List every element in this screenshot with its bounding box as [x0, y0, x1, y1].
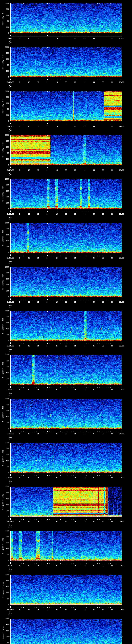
x-axis-tick-label: 15: [37, 301, 39, 303]
x-axis-tick-label: 15: [37, 389, 39, 391]
y-axis-title: Frequency (Hz): [2, 362, 4, 378]
x-axis-tick-label: 45: [93, 37, 95, 39]
x-axis-tick-label: 50: [102, 521, 104, 522]
spectrogram-panel-6-19-00: Frequency (Hz) 020040060080010006:19:005…: [0, 220, 132, 264]
y-axis-tick-label: 200: [0, 422, 9, 424]
y-axis-tick-label: 400: [0, 284, 9, 286]
y-axis-tick-label: 400: [0, 636, 9, 637]
x-axis-end-time: 17:00: [119, 125, 124, 127]
y-axis-tick-label: 200: [0, 466, 9, 468]
x-axis-end-time: 16:00: [119, 81, 124, 83]
y-axis-tick-label: 1000: [0, 2, 9, 4]
x-axis-end-time: 22:00: [119, 345, 124, 347]
x-axis-tick-label: 45: [93, 609, 95, 610]
x-axis-tick-label: 10: [28, 609, 30, 610]
x-axis-tick-label: 30: [65, 169, 67, 171]
x-axis-tick-label: 35: [74, 301, 76, 303]
x-axis-tick-label: 55: [111, 213, 113, 215]
y-axis-tick-label: 800: [0, 272, 9, 274]
x-axis-tick-label: 10: [28, 81, 30, 83]
y-axis-title: Frequency (Hz): [2, 450, 4, 466]
x-axis-start-time: 6:22:00: [7, 389, 14, 391]
x-axis-start-time: 6:24:00: [7, 477, 14, 478]
x-axis-tick-label: 25: [56, 125, 58, 127]
x-axis-tick-label: 40: [84, 37, 86, 39]
x-axis-tick-label: 20: [46, 169, 48, 171]
spectrogram-panel-6-27-00: Frequency (Hz) 020040060080010006:27:005…: [0, 572, 132, 616]
y-axis-tick-label: 400: [0, 64, 9, 66]
y-axis-tick-label: 600: [0, 278, 9, 280]
y-axis-tick-label: 1000: [0, 442, 9, 444]
y-axis-tick-label: 600: [0, 410, 9, 412]
x-axis-tick-label: 25: [56, 81, 58, 83]
x-axis-tick-label: 40: [84, 565, 86, 566]
y-axis-tick-label: 600: [0, 366, 9, 368]
x-axis-tick-label: 35: [74, 169, 76, 171]
x-axis-tick-label: 25: [56, 521, 58, 522]
spectrogram-panel-6-17-00: Frequency (Hz) 020040060080010006:17:005…: [0, 132, 132, 176]
x-axis-tick-label: 10: [28, 521, 30, 522]
x-axis-tick-label: 45: [93, 521, 95, 522]
y-axis-tick-label: 200: [0, 70, 9, 72]
x-axis-tick-label: 10: [28, 433, 30, 435]
x-axis-tick-label: 20: [46, 257, 48, 259]
x-axis-tick-label: 45: [93, 477, 95, 478]
x-axis-tick-label: 50: [102, 477, 104, 478]
y-axis-tick-label: 1000: [0, 574, 9, 576]
x-axis-tick-label: 55: [111, 257, 113, 259]
spectrogram-panel-6-21-00: Frequency (Hz) 020040060080010006:21:005…: [0, 308, 132, 352]
x-axis-tick-label: 25: [56, 433, 58, 435]
x-axis-tick-label: 5: [19, 433, 20, 435]
y-axis-tick-label: 0: [0, 120, 9, 122]
x-axis-tick-label: 5: [19, 169, 20, 171]
x-axis-tick-label: 10: [28, 565, 30, 566]
x-axis-tick-label: 45: [93, 257, 95, 259]
y-axis-tick-label: 800: [0, 448, 9, 450]
x-axis-tick-label: 40: [84, 81, 86, 83]
x-axis-tick-label: 35: [74, 521, 76, 522]
x-axis-tick-label: 30: [65, 301, 67, 303]
y-axis-tick-label: 600: [0, 322, 9, 324]
y-axis-tick-label: 800: [0, 52, 9, 54]
x-axis-tick-label: 50: [102, 169, 104, 171]
x-axis-tick-label: 55: [111, 565, 113, 566]
y-axis-tick-label: 800: [0, 360, 9, 362]
x-axis-tick-label: 50: [102, 257, 104, 259]
x-axis-tick-label: 15: [37, 37, 39, 39]
y-axis-tick-label: 600: [0, 146, 9, 148]
y-axis-tick-label: 600: [0, 102, 9, 104]
x-axis-tick-label: 45: [93, 565, 95, 566]
spectrogram-panel-6-25-00: Frequency (Hz) 020040060080010006:25:005…: [0, 484, 132, 528]
x-axis-tick-label: 10: [28, 169, 30, 171]
x-axis-tick-label: 20: [46, 213, 48, 215]
y-axis-tick-label: 600: [0, 58, 9, 60]
x-axis-tick-label: 25: [56, 37, 58, 39]
x-axis-tick-label: 35: [74, 213, 76, 215]
x-axis-end-time: 19:00: [119, 213, 124, 215]
x-axis-tick-label: 5: [19, 609, 20, 610]
x-axis-tick-label: 55: [111, 37, 113, 39]
x-axis-tick-label: 15: [37, 565, 39, 566]
spectrogram-panel-6-20-00: Frequency (Hz) 020040060080010006:20:005…: [0, 264, 132, 308]
y-axis-tick-label: 1000: [0, 486, 9, 488]
x-axis-tick-label: 5: [19, 213, 20, 215]
x-axis-tick-label: 15: [37, 213, 39, 215]
y-axis-tick-label: 0: [0, 560, 9, 562]
x-axis-tick-label: 40: [84, 389, 86, 391]
y-axis-tick-label: 1000: [0, 310, 9, 312]
x-axis-start-time: 6:25:00: [7, 521, 14, 522]
y-axis-tick-label: 200: [0, 26, 9, 28]
y-axis-title: Frequency (Hz): [2, 406, 4, 422]
y-axis-tick-label: 400: [0, 20, 9, 22]
y-axis-tick-label: 800: [0, 536, 9, 538]
x-axis-end-time: 18:00: [119, 169, 124, 171]
x-axis-start-time: 6:21:00: [7, 345, 14, 347]
x-axis-tick-label: 30: [65, 213, 67, 215]
x-axis-tick-label: 15: [37, 477, 39, 478]
x-axis-tick-label: 40: [84, 125, 86, 127]
x-axis-tick-label: 35: [74, 565, 76, 566]
x-axis-tick-label: 45: [93, 301, 95, 303]
x-axis-tick-label: 30: [65, 433, 67, 435]
y-axis-tick-label: 0: [0, 472, 9, 474]
y-axis-tick-label: 1000: [0, 530, 9, 532]
